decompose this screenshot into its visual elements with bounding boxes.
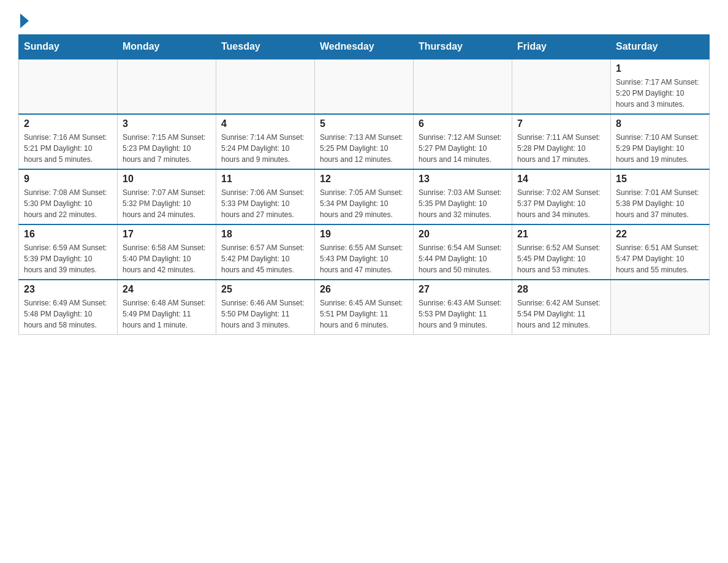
calendar-cell: [414, 59, 512, 114]
day-number: 3: [123, 118, 211, 129]
calendar-cell: 21Sunrise: 6:52 AM Sunset: 5:45 PM Dayli…: [512, 224, 611, 280]
calendar-cell: 5Sunrise: 7:13 AM Sunset: 5:25 PM Daylig…: [315, 114, 414, 169]
day-info: Sunrise: 7:17 AM Sunset: 5:20 PM Dayligh…: [616, 77, 704, 110]
day-info: Sunrise: 6:58 AM Sunset: 5:40 PM Dayligh…: [123, 242, 211, 275]
day-info: Sunrise: 7:02 AM Sunset: 5:37 PM Dayligh…: [517, 187, 605, 220]
day-number: 10: [123, 174, 211, 185]
calendar-cell: 9Sunrise: 7:08 AM Sunset: 5:30 PM Daylig…: [19, 169, 118, 224]
day-info: Sunrise: 6:51 AM Sunset: 5:47 PM Dayligh…: [616, 242, 704, 275]
column-header-monday: Monday: [118, 35, 216, 59]
calendar-cell: 3Sunrise: 7:15 AM Sunset: 5:23 PM Daylig…: [118, 114, 216, 169]
week-row-5: 23Sunrise: 6:49 AM Sunset: 5:48 PM Dayli…: [19, 280, 710, 335]
day-number: 5: [320, 118, 408, 129]
day-info: Sunrise: 6:55 AM Sunset: 5:43 PM Dayligh…: [320, 242, 408, 275]
column-header-thursday: Thursday: [414, 35, 512, 59]
day-number: 20: [419, 229, 507, 240]
day-info: Sunrise: 7:13 AM Sunset: 5:25 PM Dayligh…: [320, 132, 408, 165]
logo: [18, 12, 29, 28]
week-row-4: 16Sunrise: 6:59 AM Sunset: 5:39 PM Dayli…: [19, 224, 710, 280]
calendar-cell: [512, 59, 611, 114]
day-info: Sunrise: 7:08 AM Sunset: 5:30 PM Dayligh…: [24, 187, 112, 220]
day-info: Sunrise: 7:11 AM Sunset: 5:28 PM Dayligh…: [517, 132, 605, 165]
calendar-cell: 27Sunrise: 6:43 AM Sunset: 5:53 PM Dayli…: [414, 280, 512, 335]
day-number: 23: [24, 284, 112, 295]
column-header-friday: Friday: [512, 35, 611, 59]
day-info: Sunrise: 7:12 AM Sunset: 5:27 PM Dayligh…: [419, 132, 507, 165]
calendar-cell: [216, 59, 315, 114]
calendar-cell: [118, 59, 216, 114]
page-header: [18, 12, 710, 28]
day-number: 7: [517, 118, 605, 129]
day-number: 13: [419, 174, 507, 185]
day-number: 15: [616, 174, 704, 185]
day-info: Sunrise: 6:48 AM Sunset: 5:49 PM Dayligh…: [123, 297, 211, 331]
calendar-table: SundayMondayTuesdayWednesdayThursdayFrid…: [18, 34, 710, 335]
calendar-cell: 12Sunrise: 7:05 AM Sunset: 5:34 PM Dayli…: [315, 169, 414, 224]
column-header-wednesday: Wednesday: [315, 35, 414, 59]
week-row-2: 2Sunrise: 7:16 AM Sunset: 5:21 PM Daylig…: [19, 114, 710, 169]
calendar-cell: 22Sunrise: 6:51 AM Sunset: 5:47 PM Dayli…: [611, 224, 710, 280]
day-number: 21: [517, 229, 605, 240]
week-row-3: 9Sunrise: 7:08 AM Sunset: 5:30 PM Daylig…: [19, 169, 710, 224]
day-number: 6: [419, 118, 507, 129]
day-info: Sunrise: 6:45 AM Sunset: 5:51 PM Dayligh…: [320, 297, 408, 331]
week-row-1: 1Sunrise: 7:17 AM Sunset: 5:20 PM Daylig…: [19, 59, 710, 114]
day-info: Sunrise: 7:03 AM Sunset: 5:35 PM Dayligh…: [419, 187, 507, 220]
calendar-cell: 11Sunrise: 7:06 AM Sunset: 5:33 PM Dayli…: [216, 169, 315, 224]
calendar-cell: 18Sunrise: 6:57 AM Sunset: 5:42 PM Dayli…: [216, 224, 315, 280]
column-header-saturday: Saturday: [611, 35, 710, 59]
day-info: Sunrise: 6:43 AM Sunset: 5:53 PM Dayligh…: [419, 297, 507, 331]
calendar-cell: 6Sunrise: 7:12 AM Sunset: 5:27 PM Daylig…: [414, 114, 512, 169]
day-info: Sunrise: 7:16 AM Sunset: 5:21 PM Dayligh…: [24, 132, 112, 165]
day-number: 19: [320, 229, 408, 240]
calendar-cell: 10Sunrise: 7:07 AM Sunset: 5:32 PM Dayli…: [118, 169, 216, 224]
calendar-cell: 14Sunrise: 7:02 AM Sunset: 5:37 PM Dayli…: [512, 169, 611, 224]
day-info: Sunrise: 6:59 AM Sunset: 5:39 PM Dayligh…: [24, 242, 112, 275]
day-number: 22: [616, 229, 704, 240]
day-number: 11: [221, 174, 309, 185]
day-number: 16: [24, 229, 112, 240]
calendar-cell: 15Sunrise: 7:01 AM Sunset: 5:38 PM Dayli…: [611, 169, 710, 224]
calendar-cell: 4Sunrise: 7:14 AM Sunset: 5:24 PM Daylig…: [216, 114, 315, 169]
day-info: Sunrise: 7:10 AM Sunset: 5:29 PM Dayligh…: [616, 132, 704, 165]
day-info: Sunrise: 6:49 AM Sunset: 5:48 PM Dayligh…: [24, 297, 112, 331]
day-info: Sunrise: 7:06 AM Sunset: 5:33 PM Dayligh…: [221, 187, 309, 220]
calendar-cell: 17Sunrise: 6:58 AM Sunset: 5:40 PM Dayli…: [118, 224, 216, 280]
day-info: Sunrise: 6:52 AM Sunset: 5:45 PM Dayligh…: [517, 242, 605, 275]
day-number: 27: [419, 284, 507, 295]
logo-arrow-icon: [20, 13, 29, 28]
calendar-cell: 20Sunrise: 6:54 AM Sunset: 5:44 PM Dayli…: [414, 224, 512, 280]
column-header-sunday: Sunday: [19, 35, 118, 59]
calendar-cell: 28Sunrise: 6:42 AM Sunset: 5:54 PM Dayli…: [512, 280, 611, 335]
day-number: 12: [320, 174, 408, 185]
day-info: Sunrise: 7:07 AM Sunset: 5:32 PM Dayligh…: [123, 187, 211, 220]
calendar-cell: 24Sunrise: 6:48 AM Sunset: 5:49 PM Dayli…: [118, 280, 216, 335]
calendar-cell: [611, 280, 710, 335]
day-info: Sunrise: 6:46 AM Sunset: 5:50 PM Dayligh…: [221, 297, 309, 331]
day-number: 14: [517, 174, 605, 185]
day-info: Sunrise: 7:01 AM Sunset: 5:38 PM Dayligh…: [616, 187, 704, 220]
day-info: Sunrise: 7:05 AM Sunset: 5:34 PM Dayligh…: [320, 187, 408, 220]
day-number: 17: [123, 229, 211, 240]
day-number: 2: [24, 118, 112, 129]
day-number: 28: [517, 284, 605, 295]
day-number: 25: [221, 284, 309, 295]
day-number: 1: [616, 63, 704, 74]
calendar-cell: 26Sunrise: 6:45 AM Sunset: 5:51 PM Dayli…: [315, 280, 414, 335]
calendar-cell: 25Sunrise: 6:46 AM Sunset: 5:50 PM Dayli…: [216, 280, 315, 335]
day-info: Sunrise: 6:42 AM Sunset: 5:54 PM Dayligh…: [517, 297, 605, 331]
calendar-cell: 1Sunrise: 7:17 AM Sunset: 5:20 PM Daylig…: [611, 59, 710, 114]
day-info: Sunrise: 6:54 AM Sunset: 5:44 PM Dayligh…: [419, 242, 507, 275]
day-number: 24: [123, 284, 211, 295]
calendar-cell: 2Sunrise: 7:16 AM Sunset: 5:21 PM Daylig…: [19, 114, 118, 169]
calendar-cell: 19Sunrise: 6:55 AM Sunset: 5:43 PM Dayli…: [315, 224, 414, 280]
day-number: 9: [24, 174, 112, 185]
day-number: 18: [221, 229, 309, 240]
calendar-cell: [315, 59, 414, 114]
day-info: Sunrise: 7:15 AM Sunset: 5:23 PM Dayligh…: [123, 132, 211, 165]
day-number: 4: [221, 118, 309, 129]
calendar-header-row: SundayMondayTuesdayWednesdayThursdayFrid…: [19, 35, 710, 59]
day-info: Sunrise: 6:57 AM Sunset: 5:42 PM Dayligh…: [221, 242, 309, 275]
day-info: Sunrise: 7:14 AM Sunset: 5:24 PM Dayligh…: [221, 132, 309, 165]
calendar-cell: 16Sunrise: 6:59 AM Sunset: 5:39 PM Dayli…: [19, 224, 118, 280]
